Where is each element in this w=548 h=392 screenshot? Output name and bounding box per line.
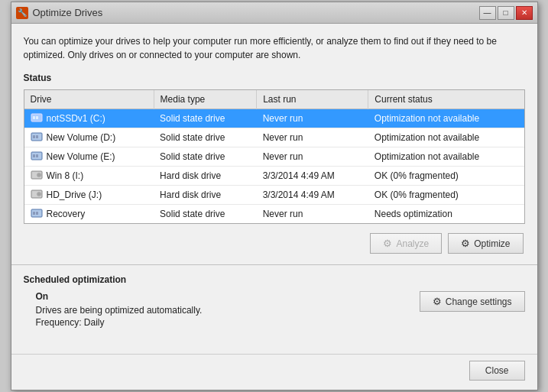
- ssd-icon: [31, 151, 43, 163]
- media-type-cell: Hard disk drive: [154, 186, 257, 205]
- col-drive: Drive: [24, 90, 154, 109]
- analyze-label: Analyze: [396, 238, 429, 249]
- status-cell: Optimization not available: [368, 128, 524, 147]
- maximize-button[interactable]: □: [498, 6, 514, 20]
- scheduled-header: On Drives are being optimized automatica…: [24, 291, 525, 329]
- optimize-button[interactable]: Optimize: [448, 233, 523, 254]
- drive-label: Win 8 (I:): [47, 170, 84, 181]
- media-type-cell: Solid state drive: [154, 205, 257, 224]
- drive-label: New Volume (D:): [47, 132, 116, 143]
- drive-label: New Volume (E:): [47, 151, 115, 162]
- drives-table-container: Drive Media type Last run Current status…: [24, 89, 525, 224]
- svg-rect-16: [33, 212, 35, 215]
- drive-name-cell: HD_Drive (J:): [24, 186, 154, 205]
- drive-name-cell: notSSDv1 (C:): [24, 109, 154, 128]
- action-buttons: Analyze Optimize: [24, 233, 525, 254]
- last-run-cell: Never run: [257, 109, 368, 128]
- table-header: Drive Media type Last run Current status: [24, 90, 524, 109]
- last-run-cell: 3/3/2014 4:49 AM: [257, 167, 368, 186]
- drive-name: Recovery: [31, 208, 148, 220]
- last-run-cell: Never run: [257, 205, 368, 224]
- app-icon: 🔧: [16, 7, 28, 19]
- svg-rect-8: [36, 154, 38, 157]
- header-row: Drive Media type Last run Current status: [24, 90, 524, 109]
- col-media-type: Media type: [154, 90, 257, 109]
- col-last-run: Last run: [257, 90, 368, 109]
- status-cell: OK (0% fragmented): [368, 167, 524, 186]
- media-type-cell: Hard disk drive: [154, 167, 257, 186]
- svg-point-11: [38, 174, 40, 176]
- ssd-icon: [31, 112, 43, 125]
- scheduled-info: On Drives are being optimized automatica…: [24, 291, 420, 329]
- analyze-icon: [383, 238, 392, 249]
- minimize-button[interactable]: —: [479, 6, 496, 20]
- optimize-label: Optimize: [474, 238, 510, 249]
- svg-rect-7: [33, 154, 35, 157]
- table-row[interactable]: HD_Drive (J:)Hard disk drive3/3/2014 4:4…: [24, 186, 524, 205]
- svg-point-14: [38, 193, 40, 195]
- last-run-cell: 3/3/2014 4:49 AM: [257, 186, 368, 205]
- svg-rect-4: [33, 135, 35, 138]
- close-button[interactable]: Close: [469, 361, 525, 381]
- status-section-label: Status: [24, 73, 525, 83]
- status-cell: Optimization not available: [368, 147, 524, 167]
- title-bar-left: 🔧 Optimize Drives: [16, 7, 103, 19]
- svg-rect-1: [33, 116, 35, 119]
- drive-name: HD_Drive (J:): [31, 189, 148, 201]
- footer: Close: [11, 354, 537, 390]
- scheduled-description: Drives are being optimized automatically…: [36, 305, 420, 316]
- table-row[interactable]: notSSDv1 (C:)Solid state driveNever runO…: [24, 109, 524, 128]
- table-row[interactable]: New Volume (D:)Solid state driveNever ru…: [24, 128, 524, 147]
- scheduled-frequency: Frequency: Daily: [36, 317, 420, 328]
- title-bar: 🔧 Optimize Drives — □ ✕: [11, 2, 537, 24]
- last-run-cell: Never run: [257, 147, 368, 167]
- drive-name: New Volume (D:): [31, 131, 148, 144]
- drive-name: New Volume (E:): [31, 151, 148, 163]
- svg-rect-5: [36, 135, 38, 138]
- optimize-icon: [461, 238, 470, 249]
- ssd-icon: [31, 131, 43, 144]
- scheduled-section: Scheduled optimization On Drives are bei…: [24, 274, 525, 329]
- drive-label: Recovery: [47, 209, 86, 219]
- settings-icon: [433, 296, 442, 307]
- change-settings-button[interactable]: Change settings: [420, 291, 525, 312]
- media-type-cell: Solid state drive: [154, 109, 257, 128]
- description-text: You can optimize your drives to help you…: [24, 34, 525, 62]
- status-cell: OK (0% fragmented): [368, 186, 524, 205]
- window-title: Optimize Drives: [33, 7, 103, 18]
- table-row[interactable]: New Volume (E:)Solid state driveNever ru…: [24, 147, 524, 167]
- drive-name: notSSDv1 (C:): [31, 112, 148, 125]
- analyze-button[interactable]: Analyze: [370, 233, 442, 254]
- close-title-button[interactable]: ✕: [516, 6, 533, 20]
- ssd-icon: [31, 208, 43, 220]
- drive-label: notSSDv1 (C:): [47, 113, 105, 124]
- window-content: You can optimize your drives to help you…: [11, 24, 537, 351]
- drives-list: notSSDv1 (C:)Solid state driveNever runO…: [24, 109, 524, 224]
- section-separator: [11, 264, 537, 265]
- drive-name-cell: New Volume (D:): [24, 128, 154, 147]
- drive-label: HD_Drive (J:): [47, 190, 102, 200]
- drive-name: Win 8 (I:): [31, 170, 148, 182]
- table-row[interactable]: Win 8 (I:)Hard disk drive3/3/2014 4:49 A…: [24, 167, 524, 186]
- col-current-status: Current status: [368, 90, 524, 109]
- scheduled-section-label: Scheduled optimization: [24, 274, 525, 285]
- drive-name-cell: Recovery: [24, 205, 154, 224]
- hdd-icon: [31, 170, 43, 182]
- svg-rect-2: [36, 116, 38, 119]
- change-settings-label: Change settings: [446, 296, 512, 307]
- media-type-cell: Solid state drive: [154, 128, 257, 147]
- scheduled-status: On: [36, 291, 420, 302]
- last-run-cell: Never run: [257, 128, 368, 147]
- status-cell: Optimization not available: [368, 109, 524, 128]
- optimize-drives-window: 🔧 Optimize Drives — □ ✕ You can optimize…: [11, 2, 538, 390]
- svg-rect-17: [36, 212, 38, 215]
- hdd-icon: [31, 189, 43, 201]
- status-cell: Needs optimization: [368, 205, 524, 224]
- drive-name-cell: New Volume (E:): [24, 147, 154, 167]
- media-type-cell: Solid state drive: [154, 147, 257, 167]
- title-bar-controls: — □ ✕: [479, 6, 533, 20]
- drive-name-cell: Win 8 (I:): [24, 167, 154, 186]
- drives-table: Drive Media type Last run Current status…: [24, 90, 524, 223]
- table-row[interactable]: RecoverySolid state driveNever runNeeds …: [24, 205, 524, 224]
